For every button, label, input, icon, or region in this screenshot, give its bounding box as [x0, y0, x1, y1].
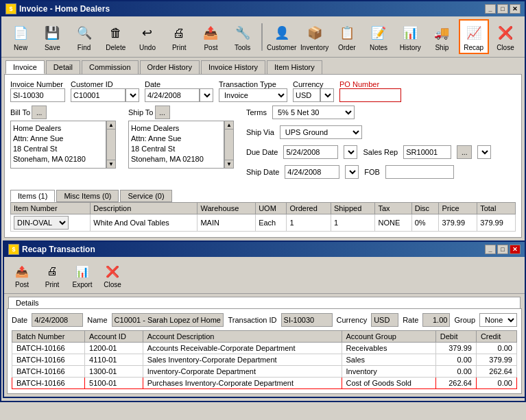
customer-id-group: Customer ID ▼: [71, 80, 139, 102]
tool-post-btn[interactable]: 📤 Post: [195, 20, 226, 53]
recap-export-btn[interactable]: 📊 Export: [69, 260, 96, 291]
ship-date-dropdown[interactable]: ▼: [345, 165, 359, 179]
due-date-dropdown[interactable]: ▼: [344, 145, 357, 159]
sales-rep-btn[interactable]: ...: [457, 145, 472, 159]
recap-group-select[interactable]: None: [479, 313, 517, 327]
tool-undo-btn[interactable]: ↩ Undo: [132, 20, 163, 53]
recap-debit-cell: 262.64: [435, 378, 476, 389]
tool-customer-btn[interactable]: 👤 Customer: [266, 20, 298, 53]
invoice-form: Invoice Number Customer ID ▼ Date ▼ Tran…: [4, 74, 522, 238]
ship-to-address: Home DealersAttn: Anne Sue18 Central StS…: [128, 121, 224, 169]
customer-id-dropdown[interactable]: ▼: [125, 88, 139, 102]
recap-close-btn[interactable]: ✕: [510, 245, 521, 254]
ship-via-row: Ship Via UPS Ground: [246, 125, 491, 139]
section-tab-misc[interactable]: Misc Items (0): [56, 190, 119, 202]
recap-col-account-desc: Account Description: [143, 331, 342, 343]
invoice-number-label: Invoice Number: [10, 80, 65, 88]
recap-tab-area: Details: [4, 294, 525, 308]
tab-detail[interactable]: Detail: [46, 60, 80, 74]
recap-post-icon: 📤: [12, 262, 32, 281]
po-number-group: PO Number: [339, 80, 401, 102]
ship-to-scroll-down[interactable]: ▼: [225, 160, 233, 168]
tool-find-btn[interactable]: 🔍 Find: [69, 20, 99, 53]
item-shipped-cell: 1: [331, 214, 375, 232]
currency-input[interactable]: [293, 88, 320, 102]
item-disc-cell: 0%: [411, 214, 439, 232]
section-tab-items[interactable]: Items (1): [10, 190, 55, 202]
invoice-number-input[interactable]: [10, 88, 65, 102]
tool-new-btn[interactable]: 📄 New: [5, 20, 36, 53]
tab-invoice[interactable]: Invoice: [5, 60, 45, 74]
recap-post-btn[interactable]: 📤 Post: [8, 260, 36, 291]
fob-input[interactable]: [385, 165, 454, 179]
ship-to-btn[interactable]: ...: [155, 106, 170, 119]
transaction-type-select[interactable]: Invoice: [219, 88, 287, 102]
recap-rate-input[interactable]: [422, 313, 450, 327]
currency-dropdown[interactable]: ▼: [320, 88, 334, 102]
recap-close-btn[interactable]: ❌ Close: [99, 260, 126, 291]
customer-id-input[interactable]: [71, 88, 125, 102]
tool-ship-btn[interactable]: 🚚 Ship: [427, 20, 457, 53]
recap-maximize-btn[interactable]: □: [497, 245, 508, 254]
tool-order-btn[interactable]: 📋 Order: [332, 20, 362, 53]
ship-via-select[interactable]: UPS Ground: [280, 125, 362, 139]
recap-transaction-id-input[interactable]: [281, 313, 333, 327]
invoice-maximize-btn[interactable]: □: [497, 4, 508, 14]
tool-inventory-btn[interactable]: 📦 Inventory: [299, 20, 331, 53]
sales-rep-dropdown[interactable]: ▼: [477, 145, 491, 159]
recap-debit-cell: 0.00: [435, 366, 476, 378]
delete-icon: 🗑: [105, 22, 127, 44]
tool-print-btn[interactable]: 🖨 Print: [164, 20, 194, 53]
recap-account-group-cell: Inventory: [342, 366, 435, 378]
date-dropdown[interactable]: ▼: [200, 88, 213, 102]
tool-close-btn[interactable]: ❌ Close: [490, 20, 521, 53]
recap-name-input[interactable]: [112, 313, 224, 327]
item-warehouse-cell: MAIN: [198, 214, 256, 232]
recap-debit-cell: 0.00: [435, 354, 476, 366]
sales-rep-input[interactable]: [403, 145, 451, 159]
bill-to-btn[interactable]: ...: [32, 106, 47, 119]
item-desc-cell: White And Oval Tables: [91, 214, 198, 232]
tool-history-btn[interactable]: 📊 History: [395, 20, 425, 53]
ship-to-scroll-up[interactable]: ▲: [225, 121, 233, 129]
ship-date-input[interactable]: [285, 165, 339, 179]
date-input[interactable]: [145, 88, 200, 102]
po-number-input[interactable]: [339, 88, 401, 102]
recap-row-2: BATCH-10166 1300-01 Inventory-Corporate …: [12, 366, 517, 378]
due-date-input[interactable]: [283, 145, 338, 159]
tab-commission[interactable]: Commission: [82, 60, 139, 74]
transaction-type-group: Transaction Type Invoice: [219, 80, 287, 102]
item-number-select[interactable]: DIN-OVAL: [14, 216, 69, 230]
recap-close-icon: ❌: [103, 262, 122, 281]
tab-item-history[interactable]: Item History: [267, 60, 322, 74]
tab-invoice-history[interactable]: Invoice History: [201, 60, 265, 74]
terms-label: Terms: [246, 108, 267, 116]
bill-to-scroll-down[interactable]: ▼: [107, 160, 115, 168]
col-uom: UOM: [256, 203, 287, 214]
tool-notes-btn[interactable]: 📝 Notes: [363, 20, 394, 53]
recap-details-tab[interactable]: Details: [8, 297, 521, 308]
tab-order-history[interactable]: Order History: [140, 60, 200, 74]
tool-save-btn[interactable]: 💾 Save: [37, 20, 67, 53]
close-icon: ❌: [494, 22, 516, 44]
item-price-cell: 379.99: [439, 214, 477, 232]
invoice-close-btn[interactable]: ✕: [510, 4, 521, 14]
recap-name-label: Name: [87, 316, 107, 324]
bill-to-scroll-up[interactable]: ▲: [107, 121, 115, 129]
recap-col-debit: Debit: [435, 331, 476, 343]
recap-minimize-btn[interactable]: _: [485, 245, 496, 254]
recap-title-bar: $ Recap Transaction _ □ ✕: [4, 242, 525, 257]
terms-select[interactable]: 5% 5 Net 30: [272, 106, 355, 119]
tool-tools-btn[interactable]: 🔧 Tools: [228, 20, 258, 53]
recap-date-input[interactable]: [32, 313, 83, 327]
recap-rate-label: Rate: [403, 316, 418, 324]
due-date-row: Due Date ▼ Sales Rep ... ▼: [246, 145, 491, 159]
recap-print-btn[interactable]: 🖨 Print: [38, 260, 66, 291]
section-tab-service[interactable]: Service (0): [120, 190, 171, 202]
invoice-minimize-btn[interactable]: _: [485, 4, 496, 14]
recap-currency-input[interactable]: [371, 313, 398, 327]
tool-recap-btn[interactable]: 📈 Recap: [459, 19, 489, 54]
bill-to-address: Home DealersAttn: Anne Sue18 Central StS…: [10, 121, 106, 169]
col-warehouse: Warehouse: [198, 203, 256, 214]
tool-delete-btn[interactable]: 🗑 Delete: [101, 20, 131, 53]
